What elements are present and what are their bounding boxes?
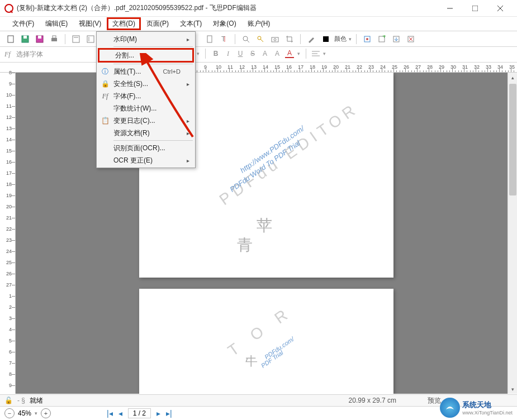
svg-rect-11 xyxy=(73,36,79,42)
mode-b-icon[interactable] xyxy=(84,33,97,45)
tool-add-icon[interactable]: + xyxy=(376,33,388,45)
menu-security[interactable]: 🔒安全性(S)...▸ xyxy=(98,78,194,90)
prev-page-button[interactable]: ◂ xyxy=(118,409,122,418)
workspace: 8910111213141516171819202122232425262712… xyxy=(0,73,517,394)
window-title: (复制)-新建文本文档 (2)（合并）.pdf_2021020509553952… xyxy=(17,3,437,13)
app-icon xyxy=(4,4,13,13)
svg-rect-8 xyxy=(38,36,41,39)
menu-account[interactable]: 账户(H) xyxy=(242,17,276,30)
svg-point-18 xyxy=(243,36,248,41)
document-menu-dropdown: 水印(M)▸ 分割... ⓘ属性(T)...Ctrl+D 🔒安全性(S)...▸… xyxy=(96,31,196,168)
sup-button[interactable]: A xyxy=(260,50,269,58)
ruler-vertical: 8910111213141516171819202122232425262712… xyxy=(0,73,16,394)
bold-button[interactable]: B xyxy=(211,50,220,58)
align-button[interactable] xyxy=(312,50,320,57)
menu-wordcount[interactable]: 字数统计(W)... xyxy=(98,102,194,114)
svg-text:+: + xyxy=(382,35,386,40)
status-bar: 🔓 - § 就绪 20.99 x 29.7 cm 预览 xyxy=(0,394,517,406)
menu-file[interactable]: 文件(F) xyxy=(7,17,40,30)
color-label: 颜色 xyxy=(334,35,347,43)
save-icon[interactable] xyxy=(19,33,31,45)
print-icon[interactable] xyxy=(48,33,60,45)
format-toolbar: Ff 选择字体 ▾ B I U S A A A ▾ ▾ xyxy=(0,47,517,63)
strike-button[interactable]: S xyxy=(248,50,257,58)
brand-url: www.XiTongTianDi.net xyxy=(462,410,513,416)
tool-crop-icon[interactable] xyxy=(283,33,296,45)
brand-watermark: 系统天地 www.XiTongTianDi.net xyxy=(440,398,513,418)
svg-rect-10 xyxy=(53,36,56,38)
menu-ocr-correct[interactable]: OCR 更正(E)▸ xyxy=(98,154,194,166)
preview-label[interactable]: 预览 xyxy=(428,396,441,405)
tool-camera-icon[interactable] xyxy=(269,33,281,45)
menu-bar: 文件(F) 编辑(E) 视图(V) 文档(D) 页面(P) 文本(T) 对象(O… xyxy=(0,17,517,31)
tool-stamp-icon[interactable] xyxy=(361,33,373,45)
canvas[interactable]: PDFdu EDITOR http://www.PDFdu.com/ PDFdu… xyxy=(16,73,517,394)
last-page-button[interactable]: ▸| xyxy=(166,409,172,418)
svg-rect-15 xyxy=(207,36,212,42)
menu-fonts[interactable]: Ff字体(F)... xyxy=(98,90,194,102)
svg-rect-13 xyxy=(87,36,94,42)
menu-properties[interactable]: ⓘ属性(T)...Ctrl+D xyxy=(98,65,194,78)
tool-export-icon[interactable] xyxy=(390,33,402,45)
svg-rect-1 xyxy=(472,6,478,11)
lock-icon: 🔓 xyxy=(4,397,13,404)
svg-point-23 xyxy=(274,39,276,41)
first-page-button[interactable]: |◂ xyxy=(107,409,113,418)
menu-page[interactable]: 页面(P) xyxy=(141,17,174,30)
vertical-scrollbar[interactable]: ▴ ▾ xyxy=(507,73,517,394)
menu-ocr[interactable]: 识别页面(OCR)... xyxy=(98,142,194,154)
fontcolor-button[interactable]: A xyxy=(285,49,294,58)
menu-changelog[interactable]: 📋变更日志(C)...▸ xyxy=(98,114,194,127)
title-bar: (复制)-新建文本文档 (2)（合并）.pdf_2021020509553952… xyxy=(0,0,517,17)
page-size: 20.99 x 29.7 cm xyxy=(349,397,396,404)
menu-resources[interactable]: 资源文档(R)▸ xyxy=(98,127,194,139)
pdf-page-2[interactable]: T O R PDFdu.com/ PDF Trial 㐄 xyxy=(139,289,393,394)
scroll-up-button[interactable]: ▴ xyxy=(508,73,517,82)
italic-button[interactable]: I xyxy=(224,50,233,58)
underline-button[interactable]: U xyxy=(236,50,245,58)
maximize-button[interactable] xyxy=(462,1,487,16)
svg-text:T: T xyxy=(221,35,226,43)
cn-char-3: 㐄 xyxy=(245,353,258,370)
zoom-out-button[interactable]: − xyxy=(4,408,15,418)
close-button[interactable] xyxy=(487,1,513,16)
tool-find-icon[interactable] xyxy=(240,33,252,45)
menu-text[interactable]: 文本(T) xyxy=(174,17,207,30)
menu-object[interactable]: 对象(O) xyxy=(207,17,241,30)
cn-char-1: 苹 xyxy=(257,215,272,236)
zoom-in-button[interactable]: + xyxy=(41,408,51,418)
menu-document[interactable]: 文档(D) xyxy=(107,17,141,30)
brand-logo-icon xyxy=(440,398,460,418)
menu-split[interactable]: 分割... xyxy=(98,48,194,63)
ruler-horizontal: // rendered after data load below 910111… xyxy=(0,63,517,73)
svg-line-21 xyxy=(260,39,263,42)
tool-remove-icon[interactable] xyxy=(405,33,417,45)
tool-key-icon[interactable] xyxy=(254,33,267,45)
mode-a-icon[interactable] xyxy=(70,33,82,45)
watermark-trial: PDFdu Word To PDF Trial xyxy=(228,139,302,193)
tool-color-icon[interactable] xyxy=(320,33,332,45)
svg-rect-24 xyxy=(323,36,329,42)
scroll-thumb[interactable] xyxy=(509,84,516,195)
scroll-down-button[interactable]: ▾ xyxy=(508,384,517,394)
font-select-label[interactable]: 选择字体 xyxy=(16,50,43,59)
svg-rect-22 xyxy=(272,37,278,42)
menu-watermark[interactable]: 水印(M)▸ xyxy=(98,33,194,45)
font-icon: Ff xyxy=(4,50,11,59)
status-text: 就绪 xyxy=(30,396,43,405)
tool-text-icon[interactable]: T xyxy=(218,33,230,45)
sub-button[interactable]: A xyxy=(273,50,282,58)
tool-brush-icon[interactable] xyxy=(305,33,317,45)
zoom-level[interactable]: 45% xyxy=(18,409,31,417)
save-as-icon[interactable] xyxy=(34,33,46,45)
svg-line-19 xyxy=(247,40,249,42)
svg-point-26 xyxy=(366,38,368,40)
menu-edit[interactable]: 编辑(E) xyxy=(40,17,73,30)
minimize-button[interactable] xyxy=(437,1,462,16)
menu-view[interactable]: 视图(V) xyxy=(73,17,107,30)
new-icon[interactable] xyxy=(4,33,17,45)
next-page-button[interactable]: ▸ xyxy=(156,409,160,418)
page-indicator[interactable]: 1 / 2 xyxy=(128,408,151,418)
tool-page-icon[interactable] xyxy=(203,33,216,45)
zoom-bar: − 45% ▾ + |◂ ◂ 1 / 2 ▸ ▸| xyxy=(0,406,517,420)
